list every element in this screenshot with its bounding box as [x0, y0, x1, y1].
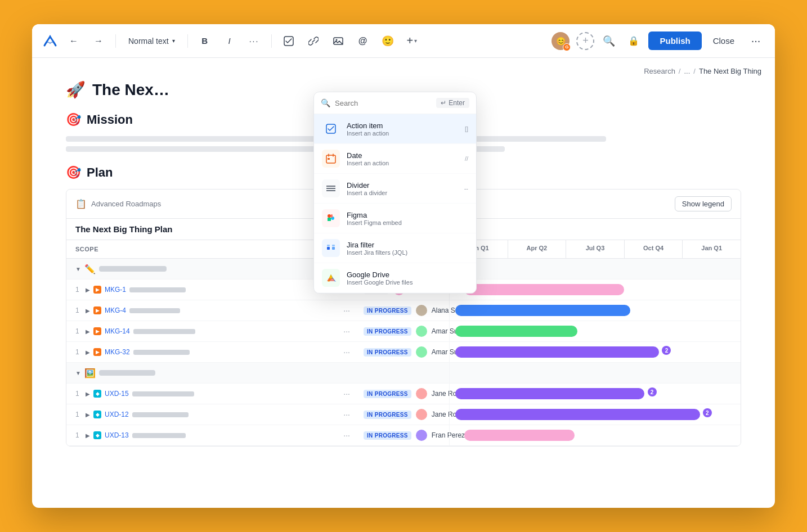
close-button[interactable]: Close: [706, 31, 741, 50]
row-more-icon[interactable]: ···: [343, 410, 350, 419]
list-item[interactable]: Google Drive Insert Google Drive files: [314, 263, 476, 293]
row-more-icon[interactable]: ···: [343, 389, 350, 398]
list-item[interactable]: Figma Insert Figma embed: [314, 204, 476, 233]
publish-button[interactable]: Publish: [648, 31, 701, 50]
group-icon: ✏️: [84, 264, 96, 274]
italic-button[interactable]: I: [219, 31, 240, 51]
avatar[interactable]: 😊 G: [552, 32, 570, 50]
svg-rect-14: [332, 247, 335, 250]
quarter-oct-q4: Oct Q4: [624, 240, 683, 258]
expand-icon[interactable]: ▶: [86, 328, 90, 335]
more-text-button[interactable]: ···: [244, 31, 264, 51]
row-more-icon[interactable]: ···: [343, 327, 350, 336]
dropdown-search-bar: 🔍 ↵ Enter: [314, 92, 476, 114]
more-options-button[interactable]: ···: [746, 31, 766, 51]
row-more-icon[interactable]: ···: [343, 348, 350, 357]
logo[interactable]: [41, 32, 59, 50]
row-more-icon[interactable]: ···: [343, 306, 350, 315]
gantt-bar: [464, 284, 624, 295]
toolbar: ← → Normal text ▾ B I ···: [32, 24, 775, 58]
text-format-button[interactable]: Normal text ▾: [123, 33, 181, 49]
group-chart: [449, 363, 741, 383]
assignee-avatar: [416, 409, 427, 420]
link-button[interactable]: [303, 31, 324, 51]
figma-label: Figma: [347, 211, 461, 219]
group-icon: 🖼️: [84, 368, 96, 378]
svg-rect-12: [331, 214, 333, 218]
jira-text: Jira filter Insert Jira filters (JQL): [347, 241, 461, 256]
row-chart: [449, 321, 741, 341]
dropdown-search-input[interactable]: [335, 99, 432, 107]
expand-icon[interactable]: ▶: [86, 432, 90, 439]
toolbar-divider-1: [115, 34, 116, 48]
list-item[interactable]: Divider Insert a divider --: [314, 174, 476, 204]
breadcrumb-research[interactable]: Research: [644, 67, 675, 75]
date-icon: [322, 150, 340, 168]
add-user-button[interactable]: +: [576, 32, 594, 50]
gantt-timeline: Jan Q1 Apr Q2 Jul Q3 Oct Q4 Jan Q1: [449, 240, 741, 258]
expand-icon[interactable]: ▶: [86, 391, 90, 397]
collapse-icon[interactable]: ▼: [75, 370, 81, 376]
redo-button[interactable]: →: [88, 31, 109, 51]
row-more-icon[interactable]: ···: [343, 431, 350, 440]
image-button[interactable]: [328, 31, 348, 51]
ticket-type-icon: ▶: [93, 348, 101, 356]
enter-label: Enter: [449, 99, 465, 107]
row-chart: [449, 279, 741, 300]
action-item-label: Action item: [347, 121, 458, 130]
gantt-bar: [464, 430, 575, 441]
quarter-jul-q3: Jul Q3: [566, 240, 624, 258]
row-left: 1 ▶ ◆ UXD-15 ···: [66, 386, 359, 402]
plan-label[interactable]: Plan: [87, 165, 113, 180]
status-badge: IN PROGRESS: [364, 411, 411, 419]
search-icon: 🔍: [321, 98, 330, 107]
advanced-roadmaps-icon: 📋: [75, 199, 87, 209]
jira-label: Jira filter: [347, 241, 461, 249]
title-text[interactable]: The Nex…: [92, 81, 169, 99]
group-chart: [449, 259, 741, 279]
search-button[interactable]: 🔍: [599, 31, 619, 51]
expand-icon[interactable]: ▶: [86, 287, 90, 293]
row-fields: IN PROGRESS Alana Song ▾: [359, 301, 449, 319]
group-row-2: ▼ 🖼️: [66, 363, 741, 384]
mention-button[interactable]: @: [353, 31, 373, 51]
quarter-apr-q2: Apr Q2: [508, 240, 566, 258]
roadmap-source-label: Advanced Roadmaps: [91, 200, 161, 208]
enter-hint: ↵ Enter: [436, 98, 469, 108]
row-fields: IN PROGRESS Amar Sundaram ▾: [359, 343, 449, 361]
checkbox-button[interactable]: [279, 31, 299, 51]
assignee-avatar: [416, 430, 427, 441]
row-left: 1 ▶ ▶ MKG-14 ···: [66, 323, 359, 339]
list-item[interactable]: Jira filter Insert Jira filters (JQL): [314, 233, 476, 263]
row-left: 1 ▶ ▶ MKG-4 ···: [66, 303, 359, 318]
bold-button[interactable]: B: [195, 31, 215, 51]
text-format-label: Normal text: [128, 37, 169, 46]
enter-arrow-icon: ↵: [441, 99, 446, 107]
ticket-title-placeholder: [132, 433, 186, 438]
expand-icon[interactable]: ▶: [86, 412, 90, 418]
mission-label[interactable]: Mission: [87, 112, 133, 127]
ticket-type-icon: ▶: [93, 286, 101, 294]
divider-desc: Insert a divider: [347, 190, 458, 196]
insert-dropdown-panel[interactable]: 🔍 ↵ Enter Act: [313, 92, 477, 294]
lock-button[interactable]: 🔒: [624, 31, 644, 51]
expand-icon[interactable]: ▶: [86, 349, 90, 355]
insert-button[interactable]: + ▾: [402, 31, 422, 51]
row-left: 1 ▶ ◆ UXD-12 ···: [66, 407, 359, 422]
table-row: 1 ▶ ▶ MKG-4 ··· IN PROGRESS Alana Song ▾: [66, 300, 741, 321]
breadcrumb-ellipsis[interactable]: ...: [684, 67, 690, 75]
gantt-bar: [455, 409, 700, 420]
plan-emoji: 🎯: [66, 165, 81, 180]
expand-icon[interactable]: ▶: [86, 308, 90, 314]
list-item[interactable]: Action item Insert an action []: [314, 114, 476, 144]
undo-button[interactable]: ←: [64, 31, 84, 51]
group-placeholder: [99, 370, 155, 376]
collapse-icon[interactable]: ▼: [75, 266, 81, 272]
svg-rect-11: [328, 218, 331, 221]
ticket-title-placeholder: [129, 308, 180, 313]
list-item[interactable]: Date Insert an action //: [314, 144, 476, 174]
emoji-button[interactable]: 🙂: [378, 31, 398, 51]
action-item-icon: [322, 120, 340, 138]
breadcrumb: Research / ... / The Next Big Thing: [644, 67, 761, 75]
show-legend-button[interactable]: Show legend: [675, 196, 732, 211]
